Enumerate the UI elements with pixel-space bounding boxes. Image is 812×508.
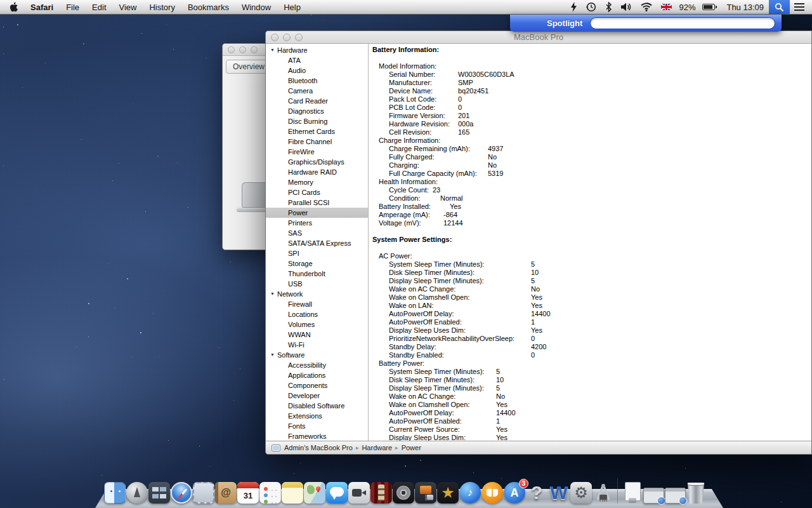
sidebar-item-disc-burning[interactable]: Disc Burning <box>266 116 368 126</box>
minimize-button[interactable] <box>239 46 246 53</box>
report-label: Health Information: <box>372 178 438 185</box>
sidebar-item-accessibility[interactable]: Accessibility <box>266 360 368 370</box>
sidebar-item-developer[interactable]: Developer <box>266 391 368 401</box>
sidebar-item-audio[interactable]: Audio <box>266 65 368 76</box>
dock-microsoft-word-icon[interactable]: W <box>548 482 570 504</box>
disclosure-triangle-icon[interactable]: ▼ <box>270 289 275 299</box>
sidebar-item-storage[interactable]: Storage <box>266 258 368 269</box>
sidebar-item-ethernet-cards[interactable]: Ethernet Cards <box>266 126 368 137</box>
dock-unknown-app-icon[interactable]: ? <box>526 482 547 504</box>
menu-window[interactable]: Window <box>235 0 277 14</box>
dock-photo-booth-icon[interactable] <box>370 482 392 504</box>
sidebar-item-memory[interactable]: Memory <box>266 177 368 187</box>
sidebar-item-bluetooth[interactable]: Bluetooth <box>266 76 368 86</box>
menu-edit[interactable]: Edit <box>86 0 112 14</box>
sidebar-group-software[interactable]: ▼Software <box>266 350 368 360</box>
sidebar-item-ata[interactable]: ATA <box>266 55 368 65</box>
spotlight-menu-icon[interactable] <box>769 0 790 14</box>
sidebar-item-parallel-scsi[interactable]: Parallel SCSI <box>266 197 368 208</box>
sidebar-item-printers[interactable]: Printers <box>266 218 368 228</box>
menu-history[interactable]: History <box>143 0 181 14</box>
disclosure-triangle-icon[interactable]: ▼ <box>270 45 275 55</box>
dock-document-icon[interactable] <box>621 482 643 504</box>
sidebar-item-fonts[interactable]: Fonts <box>266 421 368 431</box>
sidebar-item-diagnostics[interactable]: Diagnostics <box>266 106 368 116</box>
dock-itunes-icon[interactable]: ♪ <box>459 482 481 504</box>
dock-dvd-player-icon[interactable] <box>393 482 414 504</box>
sidebar-item-thunderbolt[interactable]: Thunderbolt <box>266 269 368 279</box>
menu-safari[interactable]: Safari <box>24 0 60 14</box>
close-button[interactable] <box>228 46 235 53</box>
dock-imovie-icon[interactable]: ★ <box>437 482 459 504</box>
sidebar-item-power[interactable]: Power <box>266 208 368 218</box>
menu-view[interactable]: View <box>113 0 143 14</box>
menu-bar-clock[interactable]: Thu 13:09 <box>721 3 769 12</box>
sidebar-item-wi-fi[interactable]: Wi-Fi <box>266 340 368 350</box>
sidebar-group-hardware[interactable]: ▼Hardware <box>266 45 368 55</box>
menu-help[interactable]: Help <box>277 0 307 14</box>
dock: @31★♪A3?W⚙ <box>95 470 723 508</box>
sidebar-item-fibre-channel[interactable]: Fibre Channel <box>266 137 368 147</box>
bluetooth-icon[interactable] <box>601 0 617 14</box>
sidebar-item-sas[interactable]: SAS <box>266 228 368 238</box>
dock-mail-icon[interactable] <box>193 482 214 504</box>
sidebar-item-usb[interactable]: USB <box>266 279 368 289</box>
notification-center-icon[interactable] <box>790 0 812 14</box>
input-language-flag-icon[interactable] <box>657 0 676 14</box>
sidebar-item-volumes[interactable]: Volumes <box>266 319 368 330</box>
dock-minimized-window-icon[interactable] <box>643 488 664 504</box>
spotlight-search-input[interactable] <box>590 17 775 29</box>
sidebar-item-components[interactable]: Components <box>266 380 368 391</box>
sidebar-item-frameworks[interactable]: Frameworks <box>266 431 368 441</box>
sidebar-item-pci-cards[interactable]: PCI Cards <box>266 187 368 197</box>
dock-minimized-window-icon[interactable] <box>665 488 686 504</box>
dock-messages-icon[interactable] <box>326 482 348 504</box>
minimize-button[interactable] <box>283 34 291 41</box>
sidebar-item-hardware-raid[interactable]: Hardware RAID <box>266 167 368 177</box>
volume-icon[interactable] <box>617 0 636 14</box>
sidebar-item-applications[interactable]: Applications <box>266 370 368 380</box>
wifi-icon[interactable] <box>636 0 657 14</box>
apple-menu[interactable] <box>0 0 24 14</box>
report-value: 12144 <box>443 219 463 227</box>
dock-contacts-icon[interactable]: @ <box>215 482 237 504</box>
sidebar-item-firewall[interactable]: Firewall <box>266 299 368 309</box>
sidebar-item-spi[interactable]: SPI <box>266 248 368 258</box>
dock-ibooks-icon[interactable] <box>481 482 503 504</box>
sidebar-group-network[interactable]: ▼Network <box>266 289 368 299</box>
dock-facetime-icon[interactable] <box>348 482 370 504</box>
menu-bookmarks[interactable]: Bookmarks <box>181 0 235 14</box>
dock-hardware-tool-icon[interactable] <box>593 482 614 504</box>
disclosure-triangle-icon[interactable]: ▼ <box>270 350 275 360</box>
dock-iphoto-icon[interactable] <box>415 482 436 504</box>
system-information-titlebar[interactable]: MacBook Pro <box>266 31 811 44</box>
zoom-button[interactable] <box>295 34 303 41</box>
dock-app-store-icon[interactable]: A3 <box>504 482 525 504</box>
sidebar-item-locations[interactable]: Locations <box>266 309 368 319</box>
dock-calendar-icon[interactable]: 31 <box>237 482 259 504</box>
power-bolt-icon[interactable] <box>566 0 582 14</box>
dock-system-preferences-icon[interactable]: ⚙ <box>570 482 592 504</box>
dock-mission-control-icon[interactable] <box>148 482 170 504</box>
sidebar-item-wwan[interactable]: WWAN <box>266 330 368 340</box>
sidebar-item-disabled-software[interactable]: Disabled Software <box>266 401 368 411</box>
menu-file[interactable]: File <box>60 0 86 14</box>
sidebar-item-firewire[interactable]: FireWire <box>266 147 368 157</box>
sidebar-item-sata-sata-express[interactable]: SATA/SATA Express <box>266 238 368 248</box>
dock-reminders-icon[interactable] <box>259 482 281 504</box>
dock-launchpad-icon[interactable] <box>126 482 148 504</box>
dock-finder-icon[interactable] <box>104 482 126 504</box>
battery-icon[interactable] <box>698 0 721 14</box>
sidebar-item-card-reader[interactable]: Card Reader <box>266 96 368 106</box>
time-machine-icon[interactable] <box>582 0 601 14</box>
dock-maps-icon[interactable] <box>304 482 325 504</box>
dock-notes-icon[interactable] <box>282 482 303 504</box>
sidebar-item-extensions[interactable]: Extensions <box>266 411 368 421</box>
sidebar-item-label: Frameworks <box>288 432 327 440</box>
dock-trash-icon[interactable] <box>686 483 705 504</box>
sidebar-item-camera[interactable]: Camera <box>266 86 368 96</box>
zoom-button[interactable] <box>251 46 258 53</box>
sidebar-item-graphics-displays[interactable]: Graphics/Displays <box>266 157 368 167</box>
dock-safari-icon[interactable] <box>171 482 192 504</box>
close-button[interactable] <box>271 34 278 41</box>
